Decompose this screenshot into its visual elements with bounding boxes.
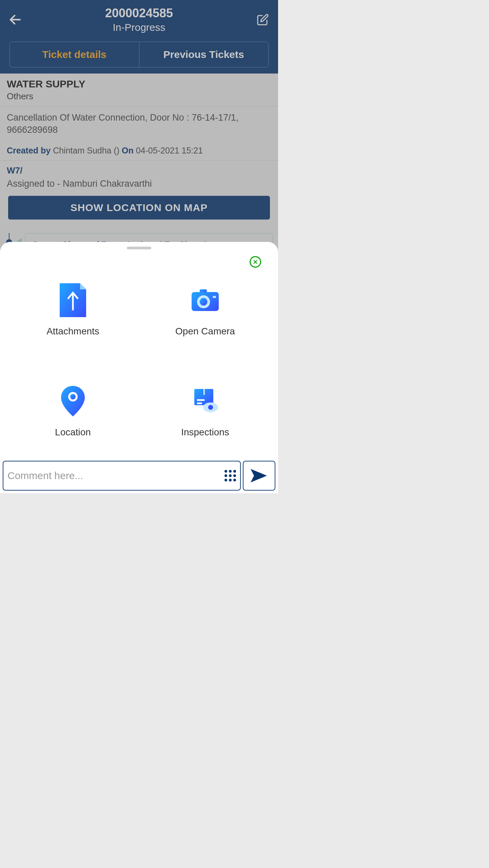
svg-point-16 bbox=[208, 405, 213, 410]
attachments-icon bbox=[59, 283, 86, 317]
close-icon bbox=[252, 259, 258, 265]
ticket-description: Cancellation Of Water Connection, Door N… bbox=[7, 111, 271, 136]
action-location[interactable]: Location bbox=[7, 384, 139, 438]
bottom-sheet: Attachments Open Camera Location Inspect… bbox=[0, 242, 278, 493]
inspections-icon bbox=[192, 384, 219, 418]
created-on-date: 04-05-2021 15:21 bbox=[136, 146, 203, 155]
send-button[interactable] bbox=[243, 461, 275, 491]
action-inspections-label: Inspections bbox=[181, 427, 229, 438]
svg-rect-12 bbox=[203, 389, 204, 395]
assigned-to: Assigned to - Namburi Chakravarthi bbox=[7, 179, 271, 189]
created-on-label: On bbox=[122, 146, 134, 155]
location-pin-icon bbox=[59, 384, 86, 418]
action-open-camera[interactable]: Open Camera bbox=[139, 283, 271, 337]
edit-icon bbox=[257, 14, 269, 26]
category-subtitle: Others bbox=[7, 91, 271, 102]
svg-rect-8 bbox=[213, 296, 216, 298]
grid-menu-icon[interactable] bbox=[224, 470, 236, 481]
sheet-close-button[interactable] bbox=[250, 256, 261, 268]
arrow-left-icon bbox=[8, 13, 22, 27]
comment-input-wrap bbox=[3, 461, 241, 491]
action-grid: Attachments Open Camera Location Inspect… bbox=[0, 249, 278, 445]
action-inspections[interactable]: Inspections bbox=[139, 384, 271, 438]
ticket-status: In-Progress bbox=[24, 22, 254, 33]
svg-point-10 bbox=[70, 394, 76, 399]
created-by-name: Chintam Sudha () bbox=[53, 146, 119, 155]
camera-icon bbox=[192, 283, 219, 317]
header-top-row: 2000024585 In-Progress bbox=[7, 6, 271, 33]
svg-point-7 bbox=[200, 298, 207, 306]
description-section: Cancellation Of Water Connection, Door N… bbox=[0, 107, 278, 161]
show-location-button[interactable]: SHOW LOCATION ON MAP bbox=[8, 196, 270, 220]
created-by-line: Created by Chintam Sudha () On 04-05-202… bbox=[7, 146, 271, 156]
tab-bar: Ticket details Previous Tickets bbox=[9, 42, 269, 67]
back-button[interactable] bbox=[7, 11, 24, 28]
comment-bar bbox=[0, 458, 278, 493]
app-header: 2000024585 In-Progress Ticket details Pr… bbox=[0, 0, 278, 74]
send-icon bbox=[250, 468, 268, 484]
assigned-name: Namburi Chakravarthi bbox=[63, 179, 152, 189]
header-title-group: 2000024585 In-Progress bbox=[24, 6, 254, 33]
action-attachments-label: Attachments bbox=[46, 326, 99, 337]
category-title: WATER SUPPLY bbox=[7, 78, 271, 90]
assigned-label: Assigned to - bbox=[7, 179, 60, 189]
tab-previous-tickets[interactable]: Previous Tickets bbox=[139, 42, 269, 67]
edit-button[interactable] bbox=[254, 11, 271, 28]
sheet-handle[interactable] bbox=[127, 247, 151, 249]
assignment-section: W7/ Assigned to - Namburi Chakravarthi S… bbox=[0, 161, 278, 227]
tab-ticket-details[interactable]: Ticket details bbox=[10, 42, 139, 67]
ticket-id: 2000024585 bbox=[24, 6, 254, 20]
category-section: WATER SUPPLY Others bbox=[0, 74, 278, 107]
action-attachments[interactable]: Attachments bbox=[7, 283, 139, 337]
ward-label: W7/ bbox=[7, 165, 271, 176]
svg-rect-14 bbox=[197, 402, 202, 404]
action-camera-label: Open Camera bbox=[175, 326, 235, 337]
action-location-label: Location bbox=[55, 427, 91, 438]
comment-input[interactable] bbox=[7, 470, 221, 481]
svg-rect-13 bbox=[197, 399, 204, 401]
created-by-label: Created by bbox=[7, 146, 51, 155]
